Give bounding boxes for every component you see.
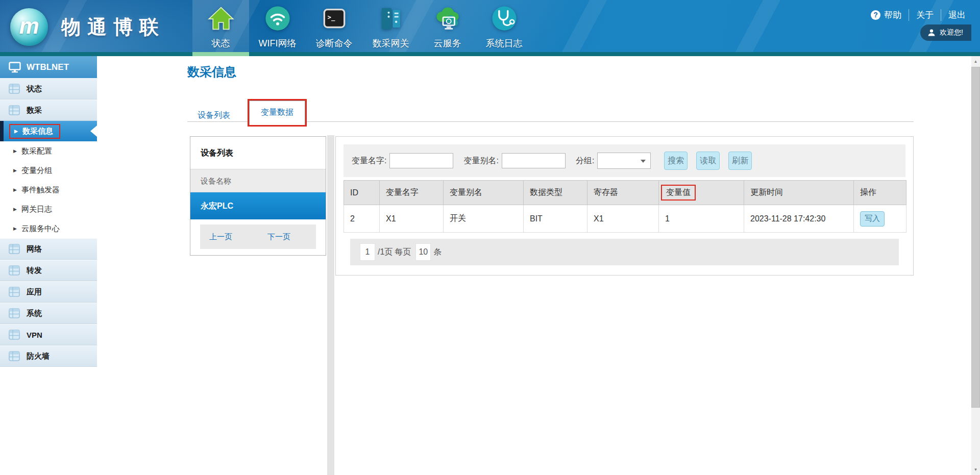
column-header-variable-value: 变量值 <box>659 181 744 205</box>
write-button[interactable]: 写入 <box>860 211 885 227</box>
top-header: 物通博联 状态 WIFI网络 >_ 诊断命令 <box>0 0 980 56</box>
sidebar-item-gateway-log[interactable]: 网关日志 <box>0 199 97 219</box>
column-header-update-time: 更新时间 <box>744 181 854 205</box>
nav-item-system-log[interactable]: 系统日志 <box>476 0 532 56</box>
variable-table: ID 变量名字 变量别名 数据类型 寄存器 变量值 更新时间 操作 2 X1 开… <box>344 180 906 233</box>
sidebar-item-firewall[interactable]: 防火墙 <box>0 345 97 367</box>
sidebar-item-event-trigger[interactable]: 事件触发器 <box>0 180 97 199</box>
cell-variable-value: 1 <box>659 205 744 233</box>
sidebar-item-label: 系统 <box>27 309 42 318</box>
sidebar-item-label: 网关日志 <box>21 205 52 214</box>
sidebar-title-text: WTBLNET <box>27 62 69 72</box>
sidebar-item-application[interactable]: 应用 <box>0 281 97 303</box>
group-select[interactable] <box>597 153 651 169</box>
sidebar-item-variable-group[interactable]: 变量分组 <box>0 161 97 180</box>
cloud-icon <box>434 5 461 32</box>
nav-label: 状态 <box>192 37 249 49</box>
nav-item-wifi[interactable]: WIFI网络 <box>249 0 306 56</box>
scrollbar-thumb[interactable] <box>971 67 980 408</box>
read-button[interactable]: 读取 <box>696 152 720 170</box>
table-pagination: /1页 每页 条 <box>350 239 899 265</box>
device-panel-title: 设备列表 <box>190 137 326 169</box>
gateway-icon <box>377 5 405 32</box>
variable-name-input[interactable] <box>389 153 453 168</box>
tab-variable-data[interactable]: 变量数据 <box>249 101 305 125</box>
annotation-box: 变量数据 <box>248 99 307 127</box>
nav-item-diagnostic-command[interactable]: >_ 诊断命令 <box>306 0 362 56</box>
cell-update-time: 2023-11-28 17:42:30 <box>744 205 854 233</box>
next-page-link[interactable]: 下一页 <box>267 232 290 242</box>
nav-item-cloud-service[interactable]: 云服务 <box>419 0 476 56</box>
table-header-row: ID 变量名字 变量别名 数据类型 寄存器 变量值 更新时间 操作 <box>344 181 906 205</box>
home-icon <box>207 5 235 32</box>
panel-splitter[interactable] <box>327 135 334 475</box>
group-label: 分组: <box>576 156 594 166</box>
welcome-badge[interactable]: 欢迎您! <box>920 24 971 41</box>
sidebar-item-label: 状态 <box>27 84 42 94</box>
column-header-data-type: 数据类型 <box>524 181 587 205</box>
header-links: ? 帮助 关于 退出 <box>871 9 966 21</box>
help-link[interactable]: 帮助 <box>884 9 901 21</box>
main-content: 数采信息 设备列表 变量数据 设备列表 设备名称 永宏PLC 上一页 下一页 变… <box>97 56 971 475</box>
grid-icon <box>8 104 20 116</box>
sidebar-header: WTBLNET <box>0 56 97 78</box>
variable-alias-label: 变量别名: <box>463 156 498 166</box>
per-page-input[interactable] <box>415 243 431 261</box>
variable-name-label: 变量名字: <box>352 156 386 166</box>
refresh-button[interactable]: 刷新 <box>728 152 752 170</box>
nav-item-status[interactable]: 状态 <box>192 0 249 56</box>
page-title: 数采信息 <box>187 64 236 80</box>
scrollbar-down-arrow[interactable] <box>971 465 980 474</box>
sidebar-item-network[interactable]: 网络 <box>0 238 97 260</box>
svg-text:>_: >_ <box>327 14 335 21</box>
sidebar-item-vpn[interactable]: VPN <box>0 324 97 345</box>
cell-action: 写入 <box>854 205 906 233</box>
grid-icon <box>8 243 20 255</box>
scrollbar-up-arrow[interactable] <box>971 57 980 66</box>
about-link[interactable]: 关于 <box>909 9 934 21</box>
sidebar-item-data-collection[interactable]: 数采 <box>0 99 97 121</box>
prev-page-link[interactable]: 上一页 <box>209 232 232 242</box>
table-row: 2 X1 开关 BIT X1 1 2023-11-28 17:42:30 写入 <box>344 205 906 233</box>
variable-alias-input[interactable] <box>502 153 566 168</box>
device-name-column-header: 设备名称 <box>190 169 326 192</box>
tab-device-list[interactable]: 设备列表 <box>187 104 240 127</box>
annotation-box: 数采信息 <box>9 124 60 139</box>
stethoscope-icon <box>491 5 518 32</box>
grid-icon <box>8 329 20 341</box>
sidebar-item-dc-info[interactable]: 数采信息 <box>0 121 97 141</box>
cell-variable-name: X1 <box>380 205 444 233</box>
device-pager: 上一页 下一页 <box>200 224 316 249</box>
sidebar-item-label: 网络 <box>27 244 42 254</box>
cell-variable-alias: 开关 <box>444 205 524 233</box>
nav-label: WIFI网络 <box>249 37 306 49</box>
grid-icon <box>8 264 20 277</box>
sidebar-item-system[interactable]: 系统 <box>0 303 97 324</box>
sidebar-item-cloud-center[interactable]: 云服务中心 <box>0 219 97 238</box>
sidebar-item-forward[interactable]: 转发 <box>0 260 97 281</box>
grid-icon <box>8 350 20 362</box>
sidebar-item-label: 转发 <box>27 266 42 276</box>
column-header-variable-alias: 变量别名 <box>444 181 524 205</box>
nav-item-data-gateway[interactable]: 数采网关 <box>362 0 419 56</box>
vertical-scrollbar[interactable] <box>971 56 980 475</box>
top-nav: 状态 WIFI网络 >_ 诊断命令 <box>192 0 532 56</box>
cell-register: X1 <box>587 205 659 233</box>
logo-globe-icon <box>10 8 48 46</box>
annotation-box: 变量值 <box>661 185 696 201</box>
device-row-yonghong-plc[interactable]: 永宏PLC <box>190 192 326 219</box>
sidebar-item-status[interactable]: 状态 <box>0 78 97 99</box>
cell-data-type: BIT <box>524 205 587 233</box>
sidebar-item-label: 云服务中心 <box>21 224 60 234</box>
column-header-register: 寄存器 <box>587 181 659 205</box>
sidebar-item-dc-config[interactable]: 数采配置 <box>0 141 97 161</box>
page-number-input[interactable] <box>360 243 375 261</box>
column-header-id: ID <box>344 181 380 205</box>
nav-label: 诊断命令 <box>306 37 362 49</box>
sidebar-item-label: 变量分组 <box>21 166 52 176</box>
column-header-action: 操作 <box>854 181 906 205</box>
search-button[interactable]: 搜索 <box>664 152 688 170</box>
logo-text: 物通博联 <box>61 14 165 40</box>
unit-label: 条 <box>433 247 442 258</box>
logout-link[interactable]: 退出 <box>941 9 966 21</box>
